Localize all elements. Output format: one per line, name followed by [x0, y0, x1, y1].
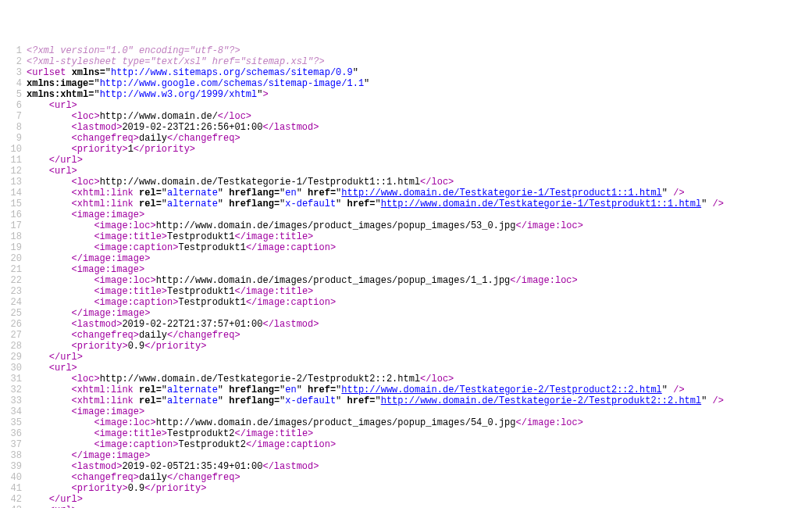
code-content: <loc>http://www.domain.de/Testkategorie-…	[27, 374, 454, 385]
code-content: <lastmod>2019-02-23T21:26:56+01:00</last…	[27, 122, 319, 133]
line-number: 11	[0, 155, 27, 166]
code-content: <url>	[27, 505, 77, 508]
line-number: 32	[0, 385, 27, 395]
line-number: 33	[0, 395, 27, 406]
line-number: 39	[0, 461, 27, 472]
line-number: 30	[0, 363, 27, 374]
code-line: 32 <xhtml:link rel="alternate" hreflang=…	[0, 385, 812, 395]
code-content: </url>	[27, 155, 83, 166]
code-content: </image:image>	[27, 308, 150, 319]
code-line: 27 <changefreq>daily</changefreq>	[0, 330, 812, 341]
code-content: <priority>0.9</priority>	[27, 341, 206, 352]
code-line: 2<?xml-stylesheet type="text/xsl" href="…	[0, 56, 812, 67]
code-content: <image:title>Testprodukt2</image:title>	[27, 428, 313, 439]
code-content: <image:image>	[27, 406, 144, 417]
code-line: 18 <image:title>Testprodukt1</image:titl…	[0, 231, 812, 242]
line-number: 19	[0, 242, 27, 253]
code-line: 7 <loc>http://www.domain.de/</loc>	[0, 111, 812, 122]
code-content: <image:caption>Testprodukt1</image:capti…	[27, 297, 336, 308]
line-number: 21	[0, 264, 27, 275]
line-number: 9	[0, 133, 27, 144]
code-line: 25 </image:image>	[0, 308, 812, 319]
code-content: <lastmod>2019-02-22T21:37:57+01:00</last…	[27, 319, 319, 330]
code-content: <priority>1</priority>	[27, 144, 195, 155]
line-number: 1	[0, 45, 27, 56]
code-line: 4xmlns:image="http://www.google.com/sche…	[0, 78, 812, 89]
code-content: <priority>0.9</priority>	[27, 483, 206, 494]
code-content: <image:loc>http://www.domain.de/images/p…	[27, 220, 583, 231]
line-number: 42	[0, 494, 27, 505]
code-line: 33 <xhtml:link rel="alternate" hreflang=…	[0, 395, 812, 406]
line-number: 25	[0, 308, 27, 319]
line-number: 18	[0, 231, 27, 242]
code-content: </url>	[27, 494, 83, 505]
code-content: <xhtml:link rel="alternate" hreflang="en…	[27, 385, 685, 395]
code-content: <xhtml:link rel="alternate" hreflang="x-…	[27, 395, 724, 406]
line-number: 6	[0, 100, 27, 111]
code-line: 10 <priority>1</priority>	[0, 144, 812, 155]
line-number: 20	[0, 253, 27, 264]
line-number: 28	[0, 341, 27, 352]
code-content: <url>	[27, 363, 77, 374]
code-content: <changefreq>daily</changefreq>	[27, 133, 240, 144]
line-number: 14	[0, 188, 27, 199]
line-number: 4	[0, 78, 27, 89]
code-content: <changefreq>daily</changefreq>	[27, 330, 240, 341]
code-line: 34 <image:image>	[0, 406, 812, 417]
code-content: xmlns:xhtml="http://www.w3.org/1999/xhtm…	[27, 89, 269, 100]
code-content: <xhtml:link rel="alternate" hreflang="en…	[27, 188, 685, 199]
line-number: 31	[0, 374, 27, 385]
code-line: 17 <image:loc>http://www.domain.de/image…	[0, 220, 812, 231]
code-content: xmlns:image="http://www.google.com/schem…	[27, 78, 369, 89]
code-line: 36 <image:title>Testprodukt2</image:titl…	[0, 428, 812, 439]
code-content: <image:loc>http://www.domain.de/images/p…	[27, 417, 583, 428]
code-line: 28 <priority>0.9</priority>	[0, 341, 812, 352]
code-line: 24 <image:caption>Testprodukt1</image:ca…	[0, 297, 812, 308]
code-line: 40 <changefreq>daily</changefreq>	[0, 472, 812, 483]
line-number: 43	[0, 505, 27, 508]
code-content: <image:loc>http://www.domain.de/images/p…	[27, 275, 578, 286]
line-number: 12	[0, 166, 27, 177]
code-content: <url>	[27, 100, 77, 111]
line-number: 13	[0, 177, 27, 188]
code-content: <lastmod>2019-02-05T21:35:49+01:00</last…	[27, 461, 319, 472]
code-line: 42 </url>	[0, 494, 812, 505]
code-content: <?xml-stylesheet type="text/xsl" href="s…	[27, 56, 325, 67]
code-content: </image:image>	[27, 253, 150, 264]
line-number: 38	[0, 450, 27, 461]
line-number: 5	[0, 89, 27, 100]
code-line: 26 <lastmod>2019-02-22T21:37:57+01:00</l…	[0, 319, 812, 330]
line-number: 23	[0, 286, 27, 297]
code-line: 19 <image:caption>Testprodukt1</image:ca…	[0, 242, 812, 253]
line-number: 41	[0, 483, 27, 494]
line-number: 34	[0, 406, 27, 417]
code-line: 23 <image:title>Testprodukt1</image:titl…	[0, 286, 812, 297]
code-content: <url>	[27, 166, 77, 177]
line-number: 22	[0, 275, 27, 286]
code-line: 35 <image:loc>http://www.domain.de/image…	[0, 417, 812, 428]
line-number: 16	[0, 209, 27, 220]
code-line: 9 <changefreq>daily</changefreq>	[0, 133, 812, 144]
code-line: 38 </image:image>	[0, 450, 812, 461]
code-content: <loc>http://www.domain.de/</loc>	[27, 111, 251, 122]
line-number: 26	[0, 319, 27, 330]
code-line: 30 <url>	[0, 363, 812, 374]
code-line: 13 <loc>http://www.domain.de/Testkategor…	[0, 177, 812, 188]
code-content: <image:image>	[27, 264, 144, 275]
code-line: 6 <url>	[0, 100, 812, 111]
code-content: <?xml version="1.0" encoding="utf-8"?>	[27, 45, 240, 56]
line-number: 24	[0, 297, 27, 308]
code-line: 41 <priority>0.9</priority>	[0, 483, 812, 494]
line-number: 36	[0, 428, 27, 439]
line-number: 17	[0, 220, 27, 231]
code-content: <image:image>	[27, 209, 144, 220]
code-content: <image:caption>Testprodukt2</image:capti…	[27, 439, 336, 450]
code-line: 37 <image:caption>Testprodukt2</image:ca…	[0, 439, 812, 450]
line-number: 27	[0, 330, 27, 341]
code-content: <image:title>Testprodukt1</image:title>	[27, 231, 313, 242]
code-line: 21 <image:image>	[0, 264, 812, 275]
line-number: 3	[0, 67, 27, 78]
code-content: </image:image>	[27, 450, 150, 461]
line-number: 15	[0, 199, 27, 209]
line-number: 35	[0, 417, 27, 428]
